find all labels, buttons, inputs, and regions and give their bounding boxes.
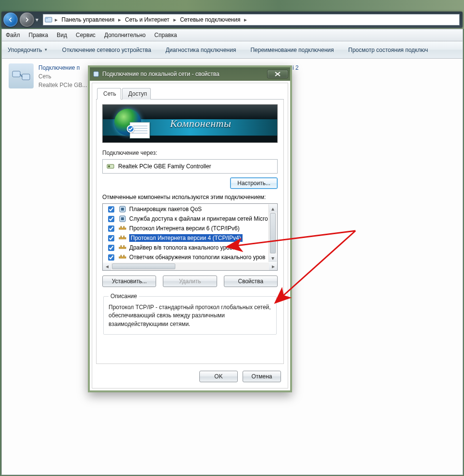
component-row[interactable]: Служба доступа к файлам и принтерам сете…	[103, 214, 269, 224]
configure-button[interactable]: Настроить...	[230, 177, 278, 189]
scrollbar-horizontal[interactable]: ◂ ▸	[102, 263, 278, 271]
chevron-right-icon: ▸	[54, 16, 59, 23]
scroll-down-icon[interactable]: ▾	[269, 254, 277, 262]
svg-rect-12	[121, 226, 122, 228]
svg-rect-4	[94, 72, 99, 77]
service-icon	[119, 205, 126, 213]
menu-help[interactable]: Справка	[154, 32, 177, 38]
component-label: Драйвер в/в тополога канального уровня	[129, 244, 239, 251]
scroll-up-icon[interactable]: ▴	[269, 204, 277, 213]
tab-network[interactable]: Сеть	[97, 88, 121, 100]
svg-rect-2	[12, 71, 20, 77]
adapter-name: Realtek PCIe GBE Family Controller	[118, 163, 211, 170]
connect-via-label: Подключение через:	[102, 150, 278, 156]
svg-rect-21	[121, 255, 122, 257]
scroll-right-icon[interactable]: ▸	[269, 263, 277, 270]
tab-strip: Сеть Доступ	[96, 86, 284, 100]
svg-rect-11	[119, 228, 126, 229]
arrow-right-icon	[24, 16, 30, 23]
svg-rect-15	[121, 236, 122, 238]
scroll-left-icon[interactable]: ◂	[103, 263, 111, 270]
svg-rect-13	[123, 226, 124, 228]
breadcrumb-control-panel[interactable]: Панель управления	[59, 16, 117, 23]
chevron-down-icon: ▼	[44, 48, 48, 52]
chevron-right-icon: ▸	[172, 16, 177, 23]
component-row[interactable]: Планировщик пакетов QoS	[103, 204, 269, 214]
component-label: Ответчик обнаружения топологии канальног…	[129, 254, 265, 261]
cancel-button[interactable]: Отмена	[243, 371, 281, 382]
breadcrumb-network-connections[interactable]: Сетевые подключения	[177, 16, 244, 23]
svg-rect-3	[22, 74, 30, 80]
connection-network: Сеть	[38, 72, 87, 81]
protocol-icon	[119, 244, 126, 251]
toolbar-disable-device[interactable]: Отключение сетевого устройства	[62, 47, 151, 53]
menu-file[interactable]: Файл	[6, 32, 20, 38]
component-label: Планировщик пакетов QoS	[129, 206, 202, 213]
dialog-body: Сеть Доступ Компоненты Подключение через…	[92, 83, 288, 388]
scrollbar-vertical[interactable]: ▴ ▾	[269, 204, 277, 262]
back-button[interactable]	[3, 13, 18, 27]
protocol-icon	[119, 225, 126, 232]
remove-button[interactable]: Удалить	[163, 276, 217, 287]
location-icon	[43, 16, 54, 24]
toolbar-diagnose[interactable]: Диагностика подключения	[166, 47, 236, 53]
properties-dialog: Подключение по локальной сети - свойства…	[88, 65, 292, 392]
component-label: Служба доступа к файлам и принтерам сете…	[129, 215, 268, 222]
scrollbar-thumb[interactable]	[270, 213, 276, 253]
component-checkbox[interactable]	[108, 225, 114, 232]
arrow-left-icon	[7, 16, 14, 23]
menu-tools[interactable]: Сервис	[76, 32, 96, 38]
svg-rect-17	[119, 247, 126, 249]
svg-rect-20	[119, 257, 126, 258]
component-checkbox[interactable]	[108, 245, 114, 251]
components-label: Отмеченные компоненты используются этим …	[102, 194, 278, 200]
components-banner: Компоненты	[102, 104, 278, 143]
close-button[interactable]	[267, 70, 288, 78]
svg-rect-16	[123, 236, 124, 238]
menu-advanced[interactable]: Дополнительно	[104, 32, 146, 38]
connection-name: Подключение п	[38, 63, 87, 72]
components-list-container: Планировщик пакетов QoSСлужба доступа к …	[102, 203, 278, 271]
component-checkbox[interactable]	[108, 254, 114, 261]
breadcrumb-network-internet[interactable]: Сеть и Интернет	[122, 16, 172, 23]
install-button[interactable]: Установить...	[102, 276, 156, 287]
svg-rect-6	[108, 165, 110, 167]
forward-button[interactable]	[20, 13, 34, 27]
components-listbox[interactable]: Планировщик пакетов QoSСлужба доступа к …	[102, 203, 278, 263]
toolbar-status[interactable]: Просмотр состояния подключ	[348, 47, 428, 53]
component-row[interactable]: Протокол Интернета версии 6 (TCP/IPv6)	[103, 224, 269, 233]
svg-rect-8	[121, 208, 124, 211]
properties-button[interactable]: Свойства	[224, 276, 278, 287]
dialog-actions: OK Отмена	[199, 371, 281, 382]
svg-rect-14	[119, 238, 126, 239]
toolbar-organize[interactable]: Упорядочить ▼	[8, 47, 48, 53]
dialog-title: Подключение по локальной сети - свойства	[102, 71, 220, 77]
svg-rect-18	[121, 245, 122, 247]
history-dropdown[interactable]: ▾	[34, 16, 40, 23]
component-row[interactable]: Ответчик обнаружения топологии канальног…	[103, 252, 269, 262]
component-checkbox[interactable]	[108, 206, 114, 213]
address-bar[interactable]: ▸ Панель управления ▸ Сеть и Интернет ▸ …	[43, 14, 460, 25]
close-icon	[275, 72, 281, 76]
service-icon	[119, 215, 126, 223]
connection-item-text: Подключение п Сеть Realtek PCIe GB...	[38, 63, 87, 89]
protocol-icon	[119, 234, 126, 242]
ok-button[interactable]: OK	[199, 371, 238, 382]
toolbar-rename[interactable]: Переименование подключения	[250, 47, 334, 53]
menu-edit[interactable]: Правка	[29, 32, 49, 38]
svg-rect-1	[45, 17, 48, 19]
dialog-titlebar[interactable]: Подключение по локальной сети - свойства	[90, 67, 290, 81]
adapter-field: Realtek PCIe GBE Family Controller	[102, 159, 278, 174]
component-checkbox[interactable]	[108, 235, 114, 241]
protocol-icon	[119, 253, 126, 261]
description-group: Описание Протокол TCP/IP - стандартный п…	[103, 293, 277, 335]
component-row[interactable]: Протокол Интернета версии 4 (TCP/IPv4)	[103, 233, 269, 243]
component-row[interactable]: Драйвер в/в тополога канального уровня	[103, 243, 269, 252]
tab-access[interactable]: Доступ	[122, 88, 151, 100]
menubar: Файл Правка Вид Сервис Дополнительно Спр…	[1, 29, 463, 41]
chevron-right-icon: ▸	[243, 16, 248, 23]
component-checkbox[interactable]	[108, 216, 114, 222]
component-label: Протокол Интернета версии 4 (TCP/IPv4)	[129, 234, 243, 242]
menu-view[interactable]: Вид	[57, 32, 67, 38]
scrollbar-thumb-h[interactable]	[112, 263, 175, 269]
